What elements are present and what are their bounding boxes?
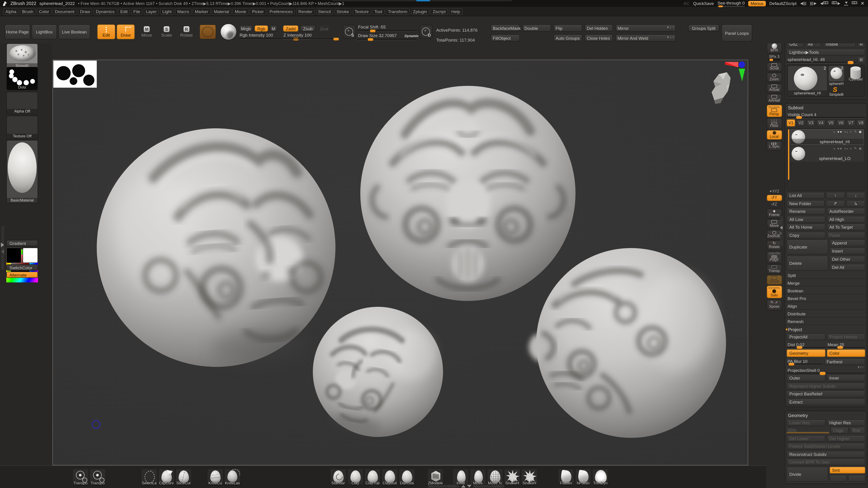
divide-button[interactable]: Divide xyxy=(786,466,828,482)
higher-res-button[interactable]: Higher Res xyxy=(827,419,865,426)
all-low-button[interactable]: All Low xyxy=(786,216,825,223)
duplicate-button[interactable]: Duplicate xyxy=(786,239,828,254)
subtool-redo-button[interactable]: ↱ xyxy=(826,200,845,207)
subtool-tab[interactable]: V1 xyxy=(786,119,795,127)
project-color-button[interactable]: Color xyxy=(827,349,865,357)
sdiv-slider[interactable]: SDiv xyxy=(786,427,829,434)
menu-item[interactable]: Draw xyxy=(78,8,92,15)
insert-button[interactable]: Insert xyxy=(829,248,865,254)
brush-item[interactable]: SelectLa xyxy=(141,468,157,485)
subtool-up-button[interactable]: ↑ xyxy=(826,192,845,199)
brush-item[interactable]: Move Tc xyxy=(487,468,503,485)
groups-split-button[interactable]: Groups Split xyxy=(688,24,719,32)
spin-y-button[interactable]: ↺Y xyxy=(767,195,782,201)
menu-item[interactable]: Stroke xyxy=(334,8,351,15)
mean-slider[interactable]: Mean 25 xyxy=(827,341,865,348)
secondary-color-swatch[interactable] xyxy=(23,248,38,263)
menu-item[interactable]: Render xyxy=(296,8,315,15)
subtool-down-button[interactable]: ↓ xyxy=(846,192,865,199)
local-button[interactable]: Local xyxy=(767,130,782,140)
brush-item[interactable]: ClayTub xyxy=(364,468,381,485)
ghost-button[interactable]: Ghost xyxy=(767,275,782,285)
focal-shift-slider[interactable]: Focal Shift -55 xyxy=(358,24,416,31)
active-tool-thumb[interactable]: 2 sphereHead_HI xyxy=(788,66,827,96)
draw-button[interactable]: Draw xyxy=(117,24,135,39)
current-alpha-off[interactable]: Alpha Off xyxy=(6,92,38,114)
restore-button[interactable] xyxy=(851,1,857,6)
lightbox-button[interactable]: LightBox xyxy=(32,24,57,39)
brush-item[interactable]: Inflat xyxy=(453,468,469,485)
lower-res-button[interactable]: Lower Res xyxy=(786,419,825,426)
del-lower-button[interactable]: Del Lower xyxy=(786,435,825,442)
outer-button[interactable]: Outer xyxy=(786,375,825,381)
lsym-button[interactable]: L.Sym xyxy=(767,141,782,150)
shelf-right-icon[interactable]: ▶ xyxy=(810,1,816,5)
brush-item[interactable]: SnakeH xyxy=(521,468,537,485)
subtool-tab[interactable]: V3 xyxy=(807,119,815,127)
flip-button[interactable]: Flip xyxy=(553,24,582,32)
brush-item[interactable]: Flatten xyxy=(558,468,574,485)
subtool-tab[interactable]: V7 xyxy=(847,119,855,127)
live-boolean-button[interactable]: Live Boolean xyxy=(58,24,90,39)
brush-item[interactable]: ZModele xyxy=(427,468,443,485)
tool-thumb-simplebrush[interactable]: SSimpleB xyxy=(829,87,844,96)
quicksave-button[interactable]: QuickSave xyxy=(693,1,714,6)
section-header[interactable]: Boolean xyxy=(785,287,867,295)
brush-item[interactable]: TrimDyn xyxy=(592,468,609,485)
document-canvas[interactable]: .cr{fill:none;stroke:#3c3b3a;stroke-opac… xyxy=(53,60,748,465)
mirror-button[interactable]: Mirrorx y z xyxy=(615,24,676,32)
farthest-button[interactable]: Farthest xyxy=(824,358,865,365)
dock-right-icon[interactable]: ▶ xyxy=(832,1,840,5)
brush-item[interactable]: KnifeCu xyxy=(207,468,223,485)
frame-button[interactable]: Frame xyxy=(767,208,782,218)
z-intensity-slider[interactable]: Z Intensity 100 xyxy=(283,33,339,39)
menu-item[interactable]: Movie xyxy=(232,8,249,15)
gradient-button[interactable]: Gradient xyxy=(6,240,38,246)
menu-item[interactable]: Document xyxy=(53,8,77,15)
menu-item[interactable]: Stencil xyxy=(316,8,333,15)
subtool-tab[interactable]: V8 xyxy=(857,119,865,127)
m-button[interactable]: M xyxy=(270,25,277,32)
subtool-moveinto-button[interactable]: ↳ xyxy=(846,200,865,207)
move3d-button[interactable]: Move xyxy=(767,219,782,229)
subtool-tab[interactable]: V4 xyxy=(817,119,825,127)
scale-button[interactable]: SScale xyxy=(158,26,175,37)
shelf-left-icon[interactable]: ◀ xyxy=(800,1,807,5)
project-header[interactable]: Project xyxy=(786,326,865,333)
mirror-and-weld-button[interactable]: Mirror And Weldx y z xyxy=(615,34,676,41)
xpose-button[interactable]: ⇱·⇗Xpose xyxy=(767,300,782,311)
del-higher-button[interactable]: Del Higher xyxy=(827,435,865,442)
subtool-copy-button[interactable]: Copy xyxy=(786,232,825,238)
menu-item[interactable]: Marker xyxy=(193,8,211,15)
menu-item[interactable]: Dynamics xyxy=(94,8,117,15)
brush-item[interactable]: Standar xyxy=(330,468,346,485)
rotate3d-button[interactable]: ↻Rotate xyxy=(767,240,782,250)
pa-blur-slider[interactable]: PA Blur 10 xyxy=(786,358,823,365)
autoreorder-button[interactable]: AutoReorder xyxy=(827,208,865,215)
menu-item[interactable]: Transform xyxy=(385,8,410,15)
xyz-label[interactable]: ✦XYZ xyxy=(767,189,782,194)
brush-item[interactable]: Transpo xyxy=(72,468,89,485)
brush-item[interactable]: Clay xyxy=(347,468,364,485)
right-divider-arrow[interactable] xyxy=(780,226,782,230)
zcut-button[interactable]: Zcut xyxy=(317,25,331,32)
delete-button[interactable]: Delete xyxy=(786,256,828,270)
subtool-paste-button[interactable]: Paste xyxy=(827,232,865,238)
brush-item[interactable]: Transpo xyxy=(90,468,106,485)
subtool-item-hi[interactable]: ↘ ●● ◑◒ ◐ ✎ ◉ sphereHead_HI xyxy=(790,129,864,145)
section-header[interactable]: Bevel Pro xyxy=(785,295,867,302)
right-divider-arrow2[interactable] xyxy=(780,231,782,235)
menu-item[interactable]: Picker xyxy=(250,8,266,15)
aahalf-button[interactable]: AAHalf xyxy=(767,94,782,104)
section-header[interactable]: Remesh xyxy=(785,318,867,325)
draw-d-button[interactable]: D xyxy=(420,25,433,39)
material-ball[interactable] xyxy=(220,24,237,40)
menu-item[interactable]: Texture xyxy=(352,8,371,15)
menu-item[interactable]: Zplugin xyxy=(411,8,429,15)
see-through-slider[interactable]: See-through 0 xyxy=(717,0,745,6)
menu-item[interactable]: Brush xyxy=(20,8,36,15)
top-scroll-thumb[interactable] xyxy=(416,0,430,1)
tool-thumb-spherehead[interactable]: 2 xyxy=(829,66,844,81)
stroke-alpha-swatch[interactable] xyxy=(199,24,216,39)
extract-button[interactable]: Extract xyxy=(786,398,865,405)
